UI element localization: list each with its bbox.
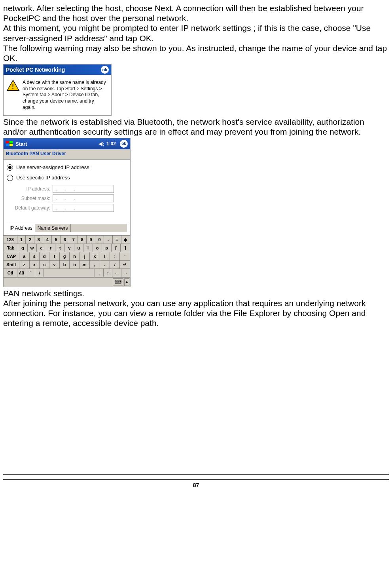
dialog-message: A device with the same name is already o… <box>23 80 108 110</box>
keyboard-key[interactable]: a <box>19 252 29 260</box>
keyboard-key[interactable]: 3 <box>34 236 43 244</box>
keyboard-key[interactable]: 8 <box>78 236 87 244</box>
keyboard-key[interactable]: q <box>18 244 28 252</box>
keyboard-key[interactable]: j <box>80 252 90 260</box>
keyboard-key[interactable]: - <box>104 236 113 244</box>
keyboard-row-1: 1231234567890-=◆ <box>4 235 130 244</box>
keyboard-key[interactable]: 7 <box>69 236 78 244</box>
keyboard-key[interactable]: v <box>49 261 59 269</box>
keyboard-key[interactable]: 2 <box>26 236 34 244</box>
warning-icon: ! <box>7 80 19 91</box>
keyboard-key[interactable]: l <box>100 252 110 260</box>
keyboard-key[interactable]: 5 <box>52 236 61 244</box>
keyboard-key[interactable]: x <box>30 261 40 269</box>
keyboard-key[interactable]: ` <box>26 269 35 277</box>
radio-specific-ip[interactable]: Use specific IP address <box>7 175 127 181</box>
keyboard-key[interactable]: 1 <box>17 236 26 244</box>
windows-flag-icon[interactable] <box>6 141 13 147</box>
keyboard-key[interactable]: e <box>37 244 46 252</box>
keyboard-key[interactable]: z <box>19 261 29 269</box>
keyboard-key[interactable]: u <box>74 244 84 252</box>
keyboard-key[interactable]: / <box>110 261 120 269</box>
keyboard-key[interactable]: 0 <box>95 236 104 244</box>
keyboard-key[interactable]: m <box>80 261 90 269</box>
keyboard-key[interactable]: h <box>70 252 80 260</box>
keyboard-key[interactable]: y <box>65 244 74 252</box>
keyboard-key[interactable]: ' <box>120 252 130 260</box>
bottom-bar: ⌨ ▴ <box>4 277 130 286</box>
keyboard-menu-arrow[interactable]: ▴ <box>124 278 129 286</box>
clock: 1:02 <box>106 141 116 147</box>
keyboard-key[interactable]: áü <box>17 269 26 277</box>
keyboard-key[interactable]: ↵ <box>120 261 130 269</box>
keyboard-key[interactable]: ◆ <box>121 236 130 244</box>
paragraph-2: At this moment, you might be prompted to… <box>3 23 389 43</box>
keyboard-key[interactable]: 6 <box>61 236 69 244</box>
keyboard-key[interactable] <box>44 269 95 277</box>
keyboard-key[interactable]: → <box>121 269 130 277</box>
keyboard-key[interactable]: s <box>30 252 40 260</box>
keyboard-key[interactable]: 9 <box>87 236 95 244</box>
tab-ip-address[interactable]: IP Address <box>7 224 35 232</box>
sound-icon[interactable]: ◀ξ <box>98 141 104 147</box>
keyboard-key[interactable]: i <box>83 244 93 252</box>
keyboard-key[interactable]: b <box>60 261 70 269</box>
keyboard-key[interactable]: [ <box>112 244 121 252</box>
radio-server-assigned[interactable]: Use server-assigned IP address <box>7 164 127 171</box>
pocketpc-networking-dialog: Pocket PC Networking ok ! A device with … <box>3 64 112 116</box>
keyboard-key[interactable]: p <box>102 244 112 252</box>
bluetooth-pan-dialog: Start ◀ξ 1:02 ok Bluetooth PAN User Driv… <box>3 138 131 287</box>
keyboard-key[interactable]: = <box>113 236 121 244</box>
start-bar: Start ◀ξ 1:02 ok <box>4 138 130 149</box>
radio-icon <box>7 164 13 171</box>
keyboard-key[interactable]: f <box>49 252 59 260</box>
keyboard-key[interactable]: o <box>93 244 102 252</box>
dialog-title: Pocket PC Networking <box>6 67 65 73</box>
pan-header: Bluetooth PAN User Driver <box>4 149 130 159</box>
keyboard-key[interactable]: ↑ <box>104 269 112 277</box>
keyboard-row-4: Shiftzxcvbnm,./↵ <box>4 260 130 269</box>
tab-name-servers[interactable]: Name Servers <box>35 224 71 232</box>
keyboard-key[interactable]: n <box>70 261 80 269</box>
paragraph-1: network. After selecting the host, choos… <box>3 3 389 23</box>
paragraph-3: The following warning may also be shown … <box>3 43 389 63</box>
keyboard-key[interactable]: , <box>90 261 100 269</box>
keyboard-key[interactable]: c <box>40 261 49 269</box>
ok-button[interactable]: ok <box>120 140 128 148</box>
subnet-mask-input[interactable]: . . . <box>53 194 114 202</box>
radio-label: Use specific IP address <box>16 175 70 181</box>
keyboard-key[interactable]: Ctl <box>4 269 17 277</box>
keyboard-key[interactable]: g <box>60 252 70 260</box>
keyboard-key[interactable]: r <box>46 244 56 252</box>
keyboard-key[interactable]: 4 <box>43 236 52 244</box>
keyboard-key[interactable]: Tab <box>4 244 18 252</box>
ip-address-input[interactable]: . . . <box>53 185 114 193</box>
page-number: 87 <box>3 479 389 489</box>
keyboard-key[interactable]: d <box>40 252 49 260</box>
paragraph-5: PAN network settings. <box>3 288 389 298</box>
keyboard-key[interactable]: k <box>90 252 100 260</box>
ip-address-label: IP address: <box>7 186 53 192</box>
keyboard-key[interactable]: ↓ <box>95 269 104 277</box>
keyboard-row-2: Tabqwertyuiop[] <box>4 244 130 252</box>
keyboard-toggle[interactable]: ⌨ <box>113 278 123 286</box>
on-screen-keyboard[interactable]: 1231234567890-=◆ Tabqwertyuiop[] CAPasdf… <box>4 235 130 277</box>
dialog-titlebar: Pocket PC Networking ok <box>4 65 111 75</box>
keyboard-key[interactable]: Shift <box>4 261 19 269</box>
keyboard-key[interactable]: \ <box>35 269 44 277</box>
subnet-mask-label: Subnet mask: <box>7 196 53 201</box>
start-label[interactable]: Start <box>15 141 96 147</box>
ok-button[interactable]: ok <box>101 66 109 74</box>
keyboard-row-5: Ctláü`\↓↑←→ <box>4 269 130 277</box>
keyboard-key[interactable]: ] <box>121 244 130 252</box>
default-gateway-input[interactable]: . . . <box>53 204 114 212</box>
keyboard-key[interactable]: . <box>100 261 110 269</box>
paragraph-4: Since the network is established via Blu… <box>3 117 389 137</box>
keyboard-key[interactable]: w <box>28 244 37 252</box>
keyboard-key[interactable]: ← <box>112 269 121 277</box>
keyboard-key[interactable]: 123 <box>4 236 17 244</box>
keyboard-key[interactable]: CAP <box>4 252 19 260</box>
keyboard-key[interactable]: ; <box>110 252 120 260</box>
radio-icon <box>7 175 13 181</box>
keyboard-key[interactable]: t <box>55 244 65 252</box>
